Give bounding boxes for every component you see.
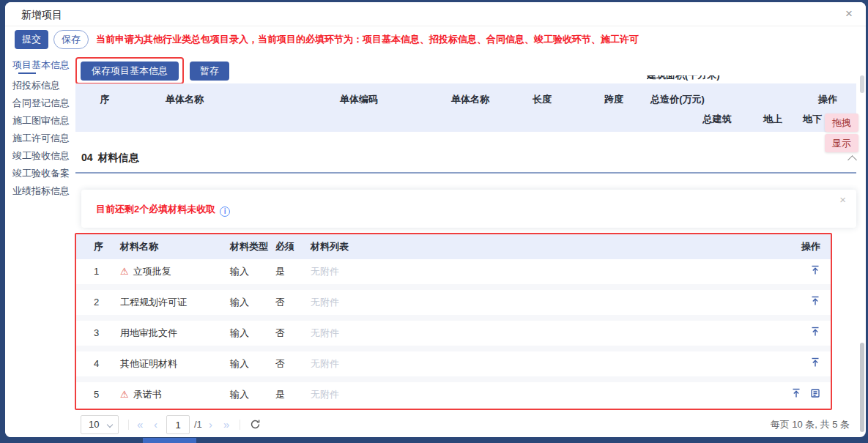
sidebar-item-acceptance-record[interactable]: 竣工验收备案 — [5, 165, 73, 182]
record-summary: 每页 10 条, 共 5 条 — [771, 415, 850, 434]
cell-required: 否 — [275, 321, 285, 346]
cell-name: ⚠承诺书 — [120, 382, 162, 407]
missing-materials-alert: 目前还剩2个必填材料未收取i × — [81, 190, 856, 228]
cell-type: 输入 — [230, 259, 249, 284]
clipped-area-group-header: 建筑面积(平方米) — [647, 75, 808, 83]
drag-button[interactable]: 拖拽 — [825, 113, 858, 132]
first-page-button[interactable]: « — [137, 415, 143, 434]
cell-name: 其他证明材料 — [120, 351, 177, 376]
cell-required: 是 — [275, 259, 285, 284]
scrollbar-thumb[interactable] — [860, 343, 864, 432]
cell-type: 输入 — [230, 382, 249, 407]
col-below-ground: 地下 — [803, 113, 822, 126]
upload-icon[interactable] — [810, 291, 820, 316]
cell-seq: 4 — [94, 351, 99, 376]
collapse-chevron-icon[interactable] — [847, 155, 857, 165]
cell-required: 否 — [275, 351, 285, 376]
col-material-type: 材料类型 — [230, 234, 268, 259]
sidebar-item-drawing-review[interactable]: 施工图审信息 — [5, 112, 73, 130]
table-row: 4 其他证明材料 输入 否 无附件 — [76, 351, 831, 376]
required-steps-warning: 当前申请为其他行业类总包项目录入，当前项目的必填环节为：项目基本信息、招投标信息… — [96, 30, 639, 49]
cell-name: 用地审批文件 — [120, 321, 177, 346]
col-seq: 序 — [100, 93, 110, 106]
cell-type: 输入 — [230, 290, 249, 315]
save-basic-info-button[interactable]: 保存项目基本信息 — [81, 62, 179, 81]
col-operation: 操作 — [801, 234, 820, 259]
sidebar-item-bidding[interactable]: 招投标信息 — [5, 77, 73, 94]
submit-button[interactable]: 提交 — [15, 30, 48, 49]
cell-seq: 3 — [94, 321, 99, 346]
col-unit-name-2: 单体名称 — [451, 93, 489, 106]
unit-table-header: 序 单体名称 单体编码 单体名称 长度 跨度 总造价(万元) 操作 总建筑 地上… — [75, 83, 856, 132]
refresh-icon[interactable] — [250, 419, 261, 432]
col-operation: 操作 — [818, 93, 837, 106]
alert-close-icon[interactable]: × — [839, 193, 846, 206]
materials-table: 序 材料名称 材料类型 必须 材料列表 操作 1 ⚠立项批复 输入 是 无附件 … — [75, 233, 832, 410]
cell-required: 否 — [275, 290, 285, 315]
prev-page-button[interactable]: ‹ — [154, 415, 157, 434]
next-page-button[interactable]: › — [209, 415, 212, 434]
close-icon[interactable]: × — [845, 7, 853, 21]
sidebar-item-construction-permit[interactable]: 施工许可信息 — [5, 130, 73, 147]
cell-type: 输入 — [230, 351, 249, 376]
sidebar-item-completion-acceptance[interactable]: 竣工验收信息 — [5, 147, 73, 165]
col-seq: 序 — [94, 234, 103, 259]
cell-list: 无附件 — [311, 321, 339, 346]
col-total-cost: 总造价(万元) — [650, 93, 705, 106]
sidebar-item-performance[interactable]: 业绩指标信息 — [5, 182, 73, 200]
material-section-title: 04材料信息 — [81, 152, 139, 165]
section-divider — [75, 172, 856, 174]
upload-icon[interactable] — [810, 321, 820, 346]
stash-button[interactable]: 暂存 — [190, 62, 229, 81]
col-required: 必须 — [275, 234, 294, 259]
cell-required: 是 — [275, 382, 285, 407]
cell-list: 无附件 — [311, 351, 339, 376]
cell-list: 无附件 — [311, 290, 339, 315]
cell-name: ⚠立项批复 — [120, 259, 171, 284]
table-row: 5 ⚠承诺书 输入 是 无附件 — [76, 382, 831, 407]
sidebar-item-contract[interactable]: 合同登记信息 — [5, 94, 73, 112]
warning-icon: ⚠ — [120, 266, 129, 277]
materials-table-header: 序 材料名称 材料类型 必须 材料列表 操作 — [76, 234, 831, 259]
col-length: 长度 — [533, 93, 552, 106]
sidebar-item-project-basic[interactable]: 项目基本信息 — [5, 56, 73, 74]
warning-icon: ⚠ — [120, 389, 129, 400]
page-input[interactable] — [166, 415, 190, 434]
cell-type: 输入 — [230, 321, 249, 346]
table-row: 3 用地审批文件 输入 否 无附件 — [76, 321, 831, 346]
upload-icon[interactable] — [810, 352, 820, 377]
info-icon[interactable]: i — [220, 206, 230, 217]
table-row: 1 ⚠立项批复 输入 是 无附件 — [76, 259, 831, 284]
cell-seq: 2 — [94, 290, 99, 315]
section-number: 04 — [81, 152, 93, 163]
last-page-button[interactable]: » — [223, 415, 229, 434]
cell-name: 工程规划许可证 — [120, 290, 187, 315]
total-pages-label: /1 — [194, 415, 202, 434]
page-size-value: 10 — [89, 419, 99, 430]
row-separator — [76, 346, 831, 351]
show-button[interactable]: 显示 — [825, 134, 858, 152]
add-project-modal: 新增项目 × 提交 保存 当前申请为其他行业类总包项目录入，当前项目的必填环节为… — [5, 2, 866, 437]
alert-message: 目前还剩2个必填材料未收取i — [96, 203, 230, 217]
save-button[interactable]: 保存 — [53, 30, 89, 49]
col-unit-code: 单体编码 — [340, 93, 378, 106]
col-total-building: 总建筑 — [703, 113, 732, 126]
row-separator — [76, 315, 831, 321]
col-material-name: 材料名称 — [120, 234, 158, 259]
pager-divider — [240, 420, 240, 430]
cell-seq: 1 — [94, 259, 99, 284]
chevron-down-icon — [107, 422, 113, 428]
cell-list: 无附件 — [311, 382, 339, 407]
scrollbar-top-segment — [860, 75, 864, 93]
page-title: 新增项目 — [21, 9, 62, 22]
upload-icon[interactable] — [791, 383, 801, 408]
table-row: 2 工程规划许可证 输入 否 无附件 — [76, 290, 831, 315]
material-list-icon[interactable] — [810, 383, 820, 408]
upload-icon[interactable] — [810, 260, 820, 285]
cell-seq: 5 — [94, 382, 99, 407]
cell-list: 无附件 — [311, 259, 339, 284]
col-span: 跨度 — [604, 93, 623, 106]
col-material-list: 材料列表 — [311, 234, 349, 259]
step-sidebar: 项目基本信息 招投标信息 合同登记信息 施工图审信息 施工许可信息 竣工验收信息… — [5, 49, 73, 437]
page-size-select[interactable]: 10 — [81, 415, 119, 434]
